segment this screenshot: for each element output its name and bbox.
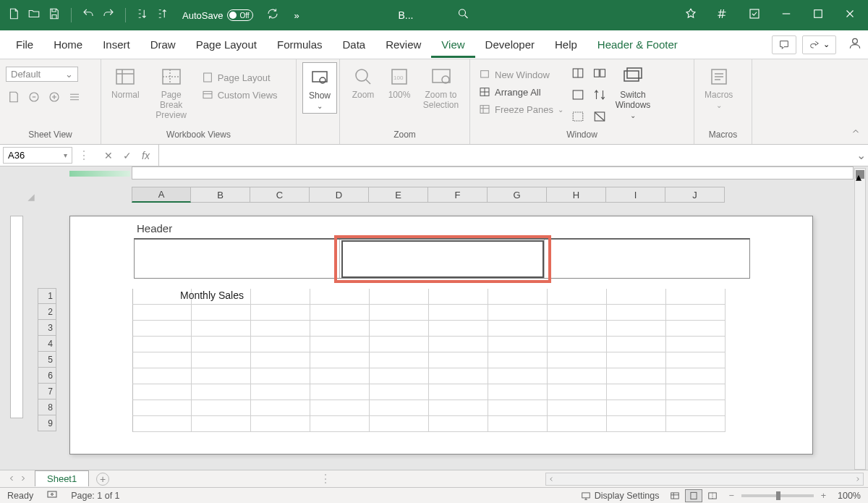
row-header[interactable]: 9 bbox=[38, 415, 56, 431]
zoom-100-button[interactable]: 100100% bbox=[382, 62, 417, 103]
collapse-ribbon-icon[interactable] bbox=[851, 127, 861, 140]
overflow-icon[interactable]: » bbox=[294, 10, 299, 21]
formula-input[interactable] bbox=[158, 145, 854, 166]
comments-button[interactable] bbox=[772, 35, 796, 54]
sort-desc-icon[interactable] bbox=[156, 7, 169, 23]
row-header[interactable]: 2 bbox=[38, 304, 56, 320]
row-header[interactable]: 1 bbox=[38, 288, 56, 304]
zoom-button[interactable]: Zoom bbox=[346, 62, 380, 103]
search-icon[interactable] bbox=[457, 7, 470, 23]
tab-formulas[interactable]: Formulas bbox=[267, 31, 333, 58]
row-header[interactable]: 5 bbox=[38, 352, 56, 368]
sort-asc-icon[interactable] bbox=[136, 7, 149, 23]
new-file-icon[interactable] bbox=[7, 7, 20, 23]
tab-view[interactable]: View bbox=[431, 31, 475, 58]
col-header[interactable]: B bbox=[191, 187, 250, 203]
page-layout-button[interactable]: Page Layout bbox=[199, 69, 281, 85]
undo-icon[interactable] bbox=[82, 7, 95, 23]
exit-icon[interactable] bbox=[27, 90, 41, 106]
enter-formula-icon[interactable]: ✓ bbox=[123, 150, 132, 161]
zoom-level[interactable]: 100% bbox=[838, 491, 861, 501]
tab-insert[interactable]: Insert bbox=[93, 31, 140, 58]
new-window-button[interactable]: New Window bbox=[476, 67, 570, 83]
accessibility-icon[interactable] bbox=[46, 489, 58, 502]
zoom-slider[interactable] bbox=[741, 494, 814, 497]
header-center-input[interactable] bbox=[341, 240, 544, 278]
col-header[interactable]: I bbox=[606, 187, 665, 203]
name-box[interactable]: A36▾ bbox=[3, 147, 72, 164]
view-side-icon[interactable] bbox=[593, 67, 606, 83]
col-header[interactable]: D bbox=[310, 187, 369, 203]
tab-page-layout[interactable]: Page Layout bbox=[186, 31, 267, 58]
header-right[interactable] bbox=[545, 240, 749, 278]
zoom-in-button[interactable]: + bbox=[821, 491, 826, 501]
arrange-all-button[interactable]: Arrange All bbox=[476, 84, 570, 100]
macros-button[interactable]: Macros⌄ bbox=[700, 62, 737, 112]
vertical-scrollbar[interactable]: ▴ bbox=[854, 168, 866, 470]
autosave-toggle[interactable]: AutoSave Off bbox=[182, 9, 253, 21]
redo-icon[interactable] bbox=[102, 7, 115, 23]
col-header[interactable]: E bbox=[369, 187, 428, 203]
split-icon[interactable] bbox=[571, 67, 584, 83]
expand-formula-bar-icon[interactable]: ⌄ bbox=[854, 148, 868, 162]
unhide-icon[interactable] bbox=[571, 110, 584, 126]
keep-icon[interactable] bbox=[7, 90, 20, 106]
row-header[interactable]: 3 bbox=[38, 320, 56, 336]
coming-soon-icon[interactable] bbox=[716, 7, 729, 23]
add-sheet-button[interactable]: + bbox=[96, 473, 109, 486]
sync-icon[interactable] bbox=[266, 7, 279, 23]
open-icon[interactable] bbox=[27, 7, 41, 23]
sheet-view-dropdown[interactable]: Default⌄ bbox=[6, 67, 78, 82]
sheet-tab[interactable]: Sheet1 bbox=[35, 470, 89, 486]
maximize-icon[interactable] bbox=[812, 7, 825, 23]
tab-prev-icon[interactable] bbox=[7, 473, 16, 486]
reset-pos-icon[interactable] bbox=[593, 110, 606, 126]
page-break-preview-button[interactable]: Page Break Preview bbox=[145, 62, 197, 123]
row-header[interactable]: 8 bbox=[38, 400, 56, 415]
col-header[interactable]: F bbox=[428, 187, 488, 203]
tab-developer[interactable]: Developer bbox=[475, 31, 545, 58]
switch-windows-button[interactable]: Switch Windows⌄ bbox=[608, 62, 658, 122]
row-header[interactable]: 7 bbox=[38, 384, 56, 400]
cancel-formula-icon[interactable]: ✕ bbox=[104, 150, 113, 161]
premium-icon[interactable] bbox=[684, 7, 697, 23]
row-header[interactable]: 4 bbox=[38, 336, 56, 352]
show-button[interactable]: Show⌄ bbox=[302, 62, 337, 114]
account-icon[interactable] bbox=[848, 36, 862, 54]
cell-grid[interactable]: Monthly Sales bbox=[132, 289, 726, 432]
ribbon-mode-icon[interactable] bbox=[748, 7, 761, 23]
tab-review[interactable]: Review bbox=[375, 31, 431, 58]
save-icon[interactable] bbox=[48, 7, 61, 23]
row-header[interactable]: 6 bbox=[38, 368, 56, 384]
select-all-corner[interactable] bbox=[14, 187, 36, 203]
share-button[interactable]: ⌄ bbox=[802, 35, 836, 54]
normal-view-button[interactable]: Normal bbox=[107, 62, 144, 103]
freeze-panes-button[interactable]: Freeze Panes⌄ bbox=[476, 101, 570, 117]
display-settings-icon[interactable]: Display Settings bbox=[580, 491, 660, 501]
horizontal-scrollbar[interactable] bbox=[545, 473, 864, 486]
minimize-icon[interactable] bbox=[780, 7, 793, 23]
tab-next-icon[interactable] bbox=[19, 473, 27, 486]
hide-icon[interactable] bbox=[571, 88, 584, 104]
page-break-view-icon[interactable] bbox=[704, 489, 721, 502]
page-layout-view-icon[interactable] bbox=[685, 489, 702, 502]
new-icon[interactable] bbox=[48, 90, 61, 106]
fx-icon[interactable]: fx bbox=[142, 150, 150, 161]
col-header[interactable]: C bbox=[250, 187, 310, 203]
header-left[interactable] bbox=[135, 240, 340, 278]
zoom-to-selection-button[interactable]: Zoom to Selection bbox=[418, 62, 464, 113]
tab-header-footer[interactable]: Header & Footer bbox=[587, 31, 688, 58]
custom-views-button[interactable]: Custom Views bbox=[199, 87, 281, 103]
tab-data[interactable]: Data bbox=[332, 31, 375, 58]
normal-view-icon[interactable] bbox=[666, 489, 684, 502]
col-header[interactable]: J bbox=[665, 187, 725, 203]
tab-file[interactable]: File bbox=[6, 31, 43, 58]
zoom-out-button[interactable]: − bbox=[728, 491, 733, 501]
col-header[interactable]: G bbox=[488, 187, 547, 203]
tab-home[interactable]: Home bbox=[43, 31, 93, 58]
col-header[interactable]: A bbox=[132, 187, 191, 203]
col-header[interactable]: H bbox=[547, 187, 606, 203]
options-icon[interactable] bbox=[68, 90, 81, 106]
tab-help[interactable]: Help bbox=[545, 31, 587, 58]
sync-scroll-icon[interactable] bbox=[593, 88, 606, 104]
